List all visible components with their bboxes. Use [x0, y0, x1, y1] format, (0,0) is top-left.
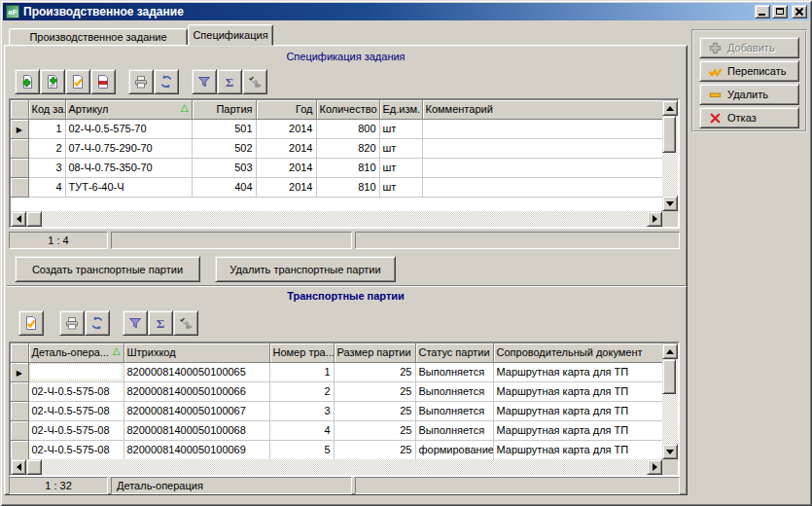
cell[interactable]: шт: [379, 138, 422, 158]
table-row[interactable]: 3 08-Ч-0.75-350-70 503 2014 810 шт: [11, 158, 662, 177]
scrollbar-track[interactable]: [662, 359, 678, 444]
cell[interactable]: 02-Ч-0.5-575-08: [28, 401, 124, 420]
cell[interactable]: 2014: [256, 177, 316, 197]
col-header-accompanying-document[interactable]: Сопроводительный документ: [493, 343, 662, 362]
selected-cell[interactable]: 02-Ч-0.5-575-08: [28, 362, 124, 381]
cell[interactable]: Выполняется: [415, 362, 493, 381]
col-header-comment[interactable]: Комментарий: [422, 100, 662, 119]
col-header-transport-number[interactable]: Номер тра...: [269, 343, 334, 362]
cell[interactable]: Маршрутная карта для ТП: [493, 362, 662, 381]
col-header-code[interactable]: Код за...: [28, 100, 65, 119]
col-header-unit[interactable]: Ед.изм.: [379, 100, 422, 119]
cell[interactable]: 503: [192, 158, 256, 177]
table-row[interactable]: 02-Ч-0.5-575-08 82000081400050100067 3 2…: [11, 401, 662, 420]
cell[interactable]: 4: [269, 420, 334, 440]
scroll-down-button[interactable]: [662, 444, 678, 459]
tab-specification[interactable]: Спецификация: [188, 24, 273, 46]
scrollbar-track[interactable]: [26, 459, 647, 475]
cell[interactable]: Маршрутная карта для ТП: [493, 381, 662, 401]
close-button[interactable]: [792, 5, 807, 18]
cell[interactable]: 02-Ч-0.5-575-70: [65, 119, 192, 138]
cell[interactable]: 800: [316, 119, 379, 138]
cell[interactable]: Выполняется: [415, 420, 493, 440]
cell[interactable]: 501: [192, 119, 256, 138]
cell[interactable]: Маршрутная карта для ТП: [493, 401, 662, 420]
col-header-detail-operation[interactable]: Деталь-опера...△: [28, 343, 124, 362]
row-selector[interactable]: [11, 420, 28, 440]
refresh-button[interactable]: [154, 69, 179, 94]
insert-row-button[interactable]: [40, 69, 65, 94]
cell[interactable]: Маршрутная карта для ТП: [493, 420, 662, 440]
delete-button[interactable]: Удалить: [699, 84, 799, 105]
scroll-up-button[interactable]: [662, 343, 678, 359]
col-header-batch[interactable]: Партия: [192, 100, 256, 119]
cell[interactable]: формирование: [415, 440, 493, 459]
col-header-year[interactable]: Год: [256, 100, 316, 119]
cell[interactable]: Выполняется: [415, 381, 493, 401]
scroll-right-button[interactable]: [647, 211, 662, 227]
title-bar[interactable]: aF Производственное задание: [3, 3, 809, 20]
cell[interactable]: 25: [334, 401, 415, 420]
table-row[interactable]: ▶ 02-Ч-0.5-575-08 82000081400050100065 1…: [11, 362, 662, 381]
horizontal-scrollbar[interactable]: [11, 211, 662, 227]
cell[interactable]: 4: [28, 177, 65, 197]
row-selector[interactable]: [11, 401, 28, 420]
row-selector[interactable]: [11, 138, 28, 158]
scrollbar-thumb[interactable]: [26, 211, 42, 227]
cell[interactable]: 5: [269, 440, 334, 459]
cell[interactable]: 2: [269, 381, 334, 401]
cell[interactable]: 82000081400050100067: [124, 401, 269, 420]
cell[interactable]: шт: [379, 158, 422, 177]
cell[interactable]: 1: [269, 362, 334, 381]
filter-button[interactable]: [192, 69, 217, 94]
print-button[interactable]: [59, 310, 85, 336]
cell[interactable]: 82000081400050100066: [124, 381, 269, 401]
cell[interactable]: 820: [316, 138, 379, 158]
cell[interactable]: 02-Ч-0.5-575-08: [28, 420, 124, 440]
cell[interactable]: 1: [28, 119, 65, 138]
col-header-batch-size[interactable]: Размер партии: [334, 343, 415, 362]
cell[interactable]: 25: [334, 362, 415, 381]
scroll-down-button[interactable]: [662, 196, 678, 211]
row-selector[interactable]: [11, 440, 28, 459]
scrollbar-track[interactable]: [662, 116, 678, 196]
cell[interactable]: 2014: [256, 119, 316, 138]
cancel-button[interactable]: Отказ: [699, 107, 799, 128]
print-button[interactable]: [128, 69, 154, 94]
col-header-batch-status[interactable]: Статус партии: [415, 343, 493, 362]
horizontal-scrollbar[interactable]: [11, 459, 662, 475]
cell[interactable]: 810: [316, 158, 379, 177]
cell[interactable]: 404: [192, 177, 256, 197]
cell[interactable]: [422, 119, 662, 138]
row-selector[interactable]: [11, 381, 28, 401]
table-row[interactable]: 02-Ч-0.5-575-08 82000081400050100066 2 2…: [11, 381, 662, 401]
table-row[interactable]: 02-Ч-0.5-575-08 82000081400050100068 4 2…: [11, 420, 662, 440]
scrollbar-thumb[interactable]: [26, 459, 42, 475]
select-all-corner[interactable]: [11, 100, 28, 119]
cell[interactable]: 08-Ч-0.75-350-70: [65, 158, 192, 177]
cell[interactable]: 82000081400050100065: [124, 362, 269, 381]
tab-production-task[interactable]: Производственное задание: [9, 28, 188, 46]
table-row[interactable]: ▶ 1 02-Ч-0.5-575-70 501 2014 800 шт: [11, 119, 662, 138]
col-header-quantity[interactable]: Количество: [316, 100, 379, 119]
cell[interactable]: 82000081400050100069: [124, 440, 269, 459]
cell[interactable]: 25: [334, 420, 415, 440]
cell[interactable]: 02-Ч-0.5-575-08: [28, 381, 124, 401]
cell[interactable]: шт: [379, 119, 422, 138]
col-header-article[interactable]: Артикул△: [65, 100, 192, 119]
edit-row-button[interactable]: [18, 310, 44, 336]
row-selector[interactable]: [11, 177, 28, 197]
maximize-button[interactable]: [772, 5, 788, 18]
table-row[interactable]: 02-Ч-0.5-575-08 82000081400050100069 5 2…: [11, 440, 662, 459]
filter-button[interactable]: [123, 310, 148, 336]
row-selector[interactable]: [11, 158, 28, 177]
table-row[interactable]: 2 07-Ч-0.75-290-70 502 2014 820 шт: [11, 138, 662, 158]
column-settings-button[interactable]: [242, 69, 267, 94]
cell[interactable]: [422, 158, 662, 177]
cell[interactable]: 25: [334, 440, 415, 459]
delete-transport-batches-button[interactable]: Удалить транспортные партии: [215, 256, 396, 282]
scroll-left-button[interactable]: [11, 211, 26, 227]
vertical-scrollbar[interactable]: [662, 343, 678, 459]
refresh-button[interactable]: [85, 310, 110, 336]
add-row-button[interactable]: [15, 69, 40, 94]
